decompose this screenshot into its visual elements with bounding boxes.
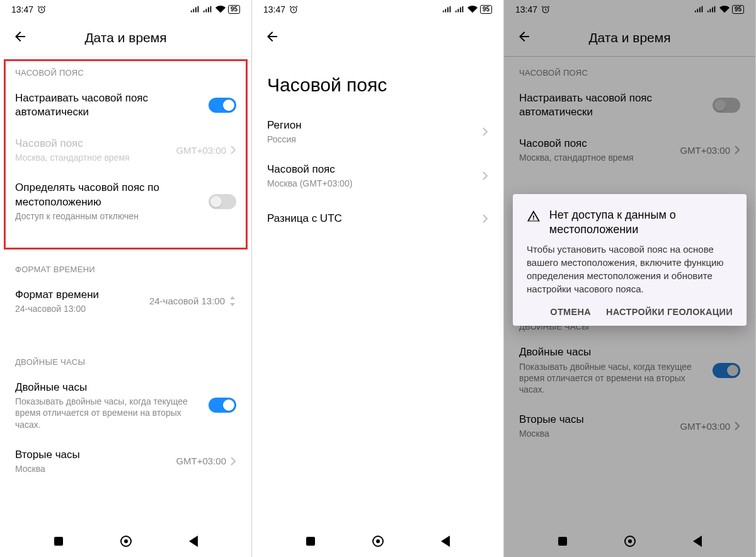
nav-home-button[interactable] [372,536,384,547]
nav-recent-button[interactable] [306,537,315,546]
timezone-row[interactable]: Часовой пояс Москва (GMT+03:00) [252,154,503,198]
status-bar: 13:47 95 [252,0,503,19]
location-settings-button[interactable]: НАСТРОЙКИ ГЕОЛОКАЦИИ [606,307,733,317]
arrow-left-icon [265,29,280,44]
screen-timezone: 13:47 95 Часовой пояс Регион Россия [252,0,504,557]
signal-icon [203,6,213,13]
section-label-timezone: ЧАСОВОЙ ПОЯС [0,57,251,83]
arrow-left-icon [13,29,28,44]
second-clock-row[interactable]: Вторые часы Москва GMT+03:00 [0,439,251,483]
page-title: Дата и время [13,30,239,45]
region-row[interactable]: Регион Россия [252,110,503,154]
chevron-right-icon [482,127,488,137]
second-clock-label: Вторые часы [15,448,176,462]
timezone-label: Часовой пояс [15,137,176,151]
signal-icon [442,6,452,13]
geo-timezone-toggle[interactable] [209,194,236,209]
second-clock-sub: Москва [15,463,176,474]
back-button[interactable] [265,29,280,47]
alarm-icon [289,5,298,14]
chevron-right-icon [230,145,236,155]
time-format-value: 24-часовой 13:00 [149,296,225,306]
status-bar: 13:47 95 [0,0,251,19]
location-dialog: Нет доступа к данным о местоположении Чт… [513,194,747,326]
section-label-format: ФОРМАТ ВРЕМЕНИ [0,253,251,279]
second-clock-value: GMT+03:00 [176,456,226,466]
screen-date-time: 13:47 95 Дата и время ЧАСОВОЙ ПОЯС Настр… [0,0,252,557]
battery-icon: 95 [480,5,492,14]
nav-bar [252,525,503,557]
dual-clock-toggle[interactable] [209,398,236,413]
auto-timezone-row[interactable]: Настраивать часовой пояс автоматически [0,83,251,128]
timezone-value: GMT+03:00 [176,145,226,156]
wifi-icon [467,6,478,13]
dual-clock-label: Двойные часы [15,381,209,394]
nav-back-button[interactable] [441,536,450,547]
geo-timezone-row[interactable]: Определять часовой пояс по местоположени… [0,172,251,230]
utc-offset-label: Разница с UTC [267,212,482,226]
status-time: 13:47 [263,4,285,14]
section-label-dual: ДВОЙНЫЕ ЧАСЫ [0,346,251,372]
time-format-sub: 24-часовой 13:00 [15,303,149,314]
region-sub: Россия [267,134,482,145]
geo-timezone-sub: Доступ к геоданным отключен [15,210,209,222]
back-button[interactable] [13,29,28,47]
timezone-sub: Москва, стандартное время [15,152,176,163]
content: Регион Россия Часовой пояс Москва (GMT+0… [252,110,503,525]
auto-timezone-toggle[interactable] [209,98,236,113]
timezone-label: Часовой пояс [267,163,482,176]
nav-bar [0,525,251,557]
screen-date-time-dialog: 13:47 95 Дата и время ЧАСОВОЙ ПОЯС Настр… [504,0,756,557]
time-format-row[interactable]: Формат времени 24-часовой 13:00 24-часов… [0,279,251,323]
chevron-right-icon [482,214,488,224]
status-time: 13:47 [11,4,33,14]
dual-clock-sub: Показывать двойные часы, когда текущее в… [15,396,209,430]
wifi-icon [215,6,226,13]
signal-icon [190,6,200,13]
warning-icon [527,208,541,224]
nav-back-button[interactable] [189,536,198,547]
time-format-label: Формат времени [15,288,149,302]
updown-icon [229,296,236,307]
geo-timezone-label: Определять часовой пояс по местоположени… [15,181,209,209]
chevron-right-icon [482,171,488,181]
timezone-row[interactable]: Часовой пояс Москва, стандартное время G… [0,128,251,172]
chevron-right-icon [230,456,236,466]
nav-recent-button[interactable] [54,537,63,546]
dialog-body: Чтобы установить часовой пояс на основе … [527,243,733,296]
battery-icon: 95 [228,5,240,14]
page-title: Часовой пояс [252,57,503,110]
signal-icon [455,6,465,13]
content: ЧАСОВОЙ ПОЯС Настраивать часовой пояс ав… [0,57,251,525]
dual-clock-row[interactable]: Двойные часы Показывать двойные часы, ко… [0,372,251,439]
timezone-sub: Москва (GMT+03:00) [267,178,482,189]
cancel-button[interactable]: ОТМЕНА [550,307,591,317]
nav-home-button[interactable] [120,536,132,547]
auto-timezone-label: Настраивать часовой пояс автоматически [15,91,209,119]
dialog-title: Нет доступа к данным о местоположении [549,208,733,236]
header: Дата и время [0,19,251,57]
region-label: Регион [267,118,482,132]
alarm-icon [37,5,46,14]
utc-offset-row[interactable]: Разница с UTC [252,198,503,239]
header [252,19,503,57]
